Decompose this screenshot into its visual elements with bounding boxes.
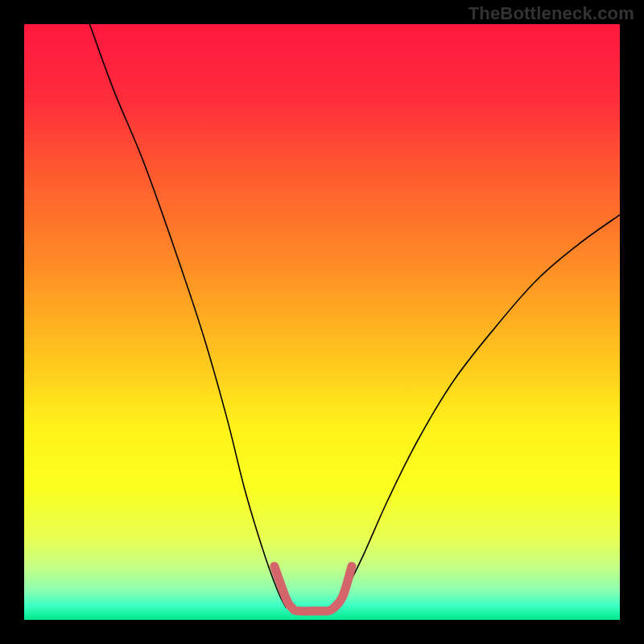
watermark-text: TheBottleneck.com [469,3,634,24]
gradient-background [24,24,620,620]
chart-svg [24,24,620,620]
plot-area [24,24,620,620]
chart-frame: TheBottleneck.com [0,0,644,644]
